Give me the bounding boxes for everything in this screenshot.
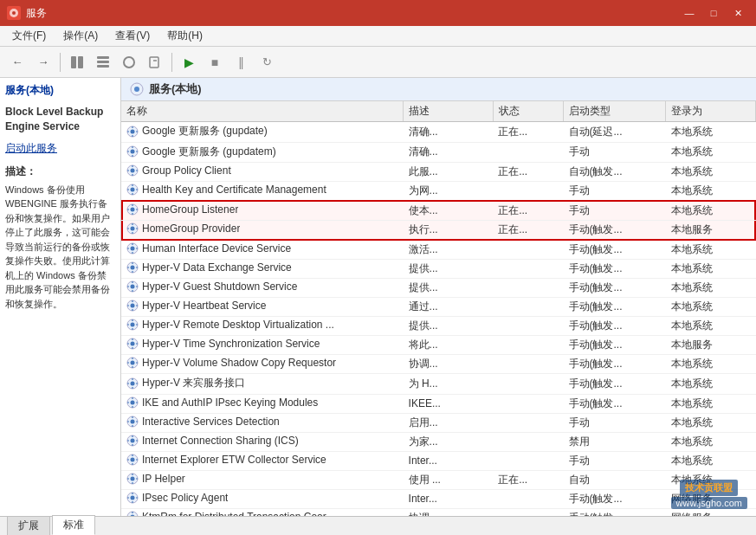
- table-row[interactable]: IPsec Policy Agent Inter...手动(触发...网络服务: [121, 489, 756, 508]
- col-header-name[interactable]: 名称: [121, 101, 404, 122]
- panel-header-icon: [130, 82, 144, 96]
- table-row[interactable]: Hyper-V Remote Desktop Virtualization ..…: [121, 317, 756, 336]
- svg-point-7: [124, 57, 134, 68]
- service-login-cell: 网络服务: [666, 489, 756, 508]
- svg-point-114: [131, 457, 135, 461]
- service-name-cell: IKE and AuthIP IPsec Keying Modules: [121, 394, 404, 413]
- table-row[interactable]: Hyper-V Time Synchronization Service 将此.…: [121, 336, 756, 355]
- service-name-cell: HomeGroup Provider: [121, 221, 404, 241]
- service-icon: [126, 454, 139, 466]
- service-name-cell: Hyper-V Time Synchronization Service: [121, 336, 404, 355]
- svg-point-36: [131, 208, 135, 212]
- service-name-cell: Google 更新服务 (gupdate): [121, 122, 404, 143]
- table-row[interactable]: HomeGroup Provider 执行...正在...手动(触发...本地服…: [121, 221, 756, 241]
- table-row[interactable]: Hyper-V Heartbeat Service 通过...手动(触发...本…: [121, 298, 756, 317]
- service-desc-cell: 为网...: [404, 182, 494, 202]
- service-startup-cell: 手动(触发...: [564, 394, 666, 413]
- svg-point-96: [131, 400, 135, 404]
- table-row[interactable]: Hyper-V 来宾服务接口 为 H...手动(触发...本地系统: [121, 374, 756, 395]
- service-icon: [126, 416, 139, 428]
- service-startup-cell: 手动(触发...: [564, 221, 666, 241]
- service-name-cell: KtmRm for Distributed Transaction Coor..…: [121, 508, 404, 516]
- left-panel: 服务(本地) Block Level Backup Engine Service…: [0, 78, 121, 516]
- play-button[interactable]: ▶: [177, 51, 201, 74]
- services-table-container[interactable]: 名称 描述 状态 启动类型 登录为 Google 更新服务: [121, 101, 756, 516]
- table-row[interactable]: Hyper-V Volume Shadow Copy Requestor 协调.…: [121, 355, 756, 374]
- stop-button[interactable]: ■: [203, 51, 227, 74]
- service-startup-cell: 手动: [564, 451, 666, 470]
- refresh-button[interactable]: [117, 51, 141, 74]
- table-row[interactable]: IKE and AuthIP IPsec Keying Modules IKEE…: [121, 394, 756, 413]
- service-desc-cell: 清确...: [404, 122, 494, 143]
- service-icon: [126, 222, 139, 235]
- left-panel-header[interactable]: 服务(本地): [5, 83, 115, 98]
- table-row[interactable]: Hyper-V Guest Shutdown Service 提供...手动(触…: [121, 279, 756, 298]
- service-icon: [126, 300, 139, 312]
- table-row[interactable]: Google 更新服务 (gupdate) 清确...正在...自动(延迟...…: [121, 122, 756, 143]
- window-controls[interactable]: — □ ✕: [678, 4, 749, 22]
- table-row[interactable]: HomeGroup Listener 使本...正在...手动本地系统: [121, 201, 756, 221]
- menu-bar: 文件(F) 操作(A) 查看(V) 帮助(H): [0, 26, 756, 47]
- service-desc-cell: 提供...: [404, 279, 494, 298]
- service-desc-cell: IKEE...: [404, 394, 494, 413]
- service-desc-cell: 此服...: [404, 163, 494, 182]
- service-desc-cell: 激活...: [404, 240, 494, 260]
- tab-extended[interactable]: 扩展: [7, 516, 50, 535]
- table-row[interactable]: Health Key and Certificate Management 为网…: [121, 182, 756, 202]
- col-header-login[interactable]: 登录为: [666, 101, 756, 122]
- svg-point-12: [131, 129, 135, 133]
- tree-button[interactable]: [91, 51, 115, 74]
- service-login-cell: 本地系统: [666, 374, 756, 395]
- menu-action[interactable]: 操作(A): [56, 27, 105, 45]
- menu-view[interactable]: 查看(V): [108, 27, 157, 45]
- back-button[interactable]: ←: [5, 51, 29, 74]
- svg-rect-2: [71, 56, 76, 68]
- window-title: 服务: [26, 6, 47, 21]
- export-button[interactable]: [143, 51, 167, 74]
- minimize-button[interactable]: —: [678, 4, 701, 22]
- table-row[interactable]: Internet Explorer ETW Collector Service …: [121, 451, 756, 470]
- service-login-cell: 本地系统: [666, 182, 756, 202]
- svg-point-120: [131, 476, 135, 480]
- show-hide-button[interactable]: [65, 51, 89, 74]
- service-startup-cell: 手动(触发...: [564, 374, 666, 395]
- service-status-cell: [493, 394, 563, 413]
- table-row[interactable]: Hyper-V Data Exchange Service 提供...手动(触发…: [121, 260, 756, 279]
- table-row[interactable]: Internet Connection Sharing (ICS) 为家...禁…: [121, 432, 756, 451]
- menu-file[interactable]: 文件(F): [5, 27, 53, 45]
- close-button[interactable]: ✕: [727, 4, 749, 22]
- app-icon: [7, 6, 21, 20]
- restart-button[interactable]: ↻: [255, 51, 279, 74]
- title-bar: 服务 — □ ✕: [0, 0, 756, 26]
- col-header-desc[interactable]: 描述: [404, 101, 494, 122]
- service-login-cell: 本地系统: [666, 394, 756, 413]
- service-status-cell: [493, 489, 563, 508]
- menu-help[interactable]: 帮助(H): [160, 27, 210, 45]
- table-row[interactable]: Interactive Services Detection 启用...手动本地…: [121, 413, 756, 432]
- service-icon: [126, 203, 139, 216]
- svg-point-42: [131, 227, 135, 231]
- action-link[interactable]: 启动此服务: [5, 141, 115, 156]
- svg-rect-4: [97, 56, 109, 59]
- pause-button[interactable]: ‖: [229, 51, 253, 74]
- forward-button[interactable]: →: [31, 51, 55, 74]
- service-status-cell: [493, 432, 563, 451]
- table-row[interactable]: Human Interface Device Service 激活...手动(触…: [121, 240, 756, 260]
- table-row[interactable]: IP Helper 使用 ...正在...自动本地系统: [121, 470, 756, 489]
- service-desc-cell: 协调...: [404, 355, 494, 374]
- svg-point-10: [134, 87, 139, 92]
- service-desc-cell: 启用...: [404, 413, 494, 432]
- service-icon: [126, 164, 139, 177]
- col-header-status[interactable]: 状态: [493, 101, 563, 122]
- svg-point-18: [131, 150, 135, 154]
- table-row[interactable]: Google 更新服务 (gupdatem) 清确...手动本地系统: [121, 142, 756, 163]
- svg-point-72: [131, 323, 135, 327]
- col-header-startup[interactable]: 启动类型: [564, 101, 666, 122]
- service-status-cell: 正在...: [493, 201, 563, 221]
- table-row[interactable]: KtmRm for Distributed Transaction Coor..…: [121, 508, 756, 516]
- service-desc-cell: 将此...: [404, 336, 494, 355]
- table-row[interactable]: Group Policy Client 此服...正在...自动(触发...本地…: [121, 163, 756, 182]
- maximize-button[interactable]: □: [702, 4, 725, 22]
- service-icon: [126, 319, 139, 331]
- tab-standard[interactable]: 标准: [52, 515, 95, 535]
